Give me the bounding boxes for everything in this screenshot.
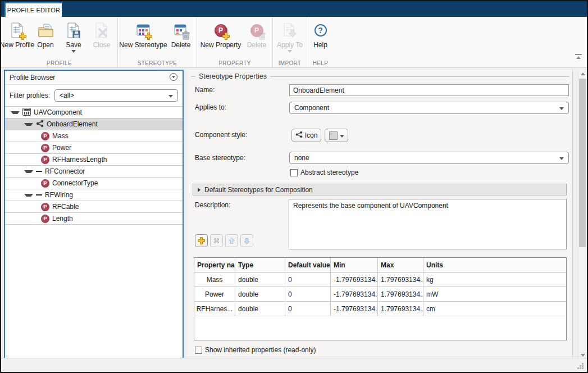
name-input[interactable]	[289, 84, 569, 96]
cell-min[interactable]: -1.797693134...	[331, 302, 378, 316]
new-profile-button[interactable]: New Profile	[3, 20, 31, 49]
cell-property-name[interactable]: Power	[194, 287, 235, 301]
help-button[interactable]: ? Help	[307, 20, 334, 49]
tree-item-label: ConnectorType	[52, 179, 98, 187]
expander-icon[interactable]	[24, 123, 33, 126]
table-row[interactable]: Mass double 0 -1.797693134... 1.79769313…	[194, 272, 566, 287]
add-property-button[interactable]	[195, 234, 208, 247]
cell-property-name[interactable]: Mass	[194, 272, 235, 286]
cell-default-value[interactable]: 0	[285, 272, 331, 286]
col-property-name: Property name	[194, 258, 235, 272]
table-row[interactable]: RFHarnes... double 0 -1.797693134... 1.7…	[194, 302, 566, 316]
share-icon	[295, 131, 303, 140]
new-stereotype-icon	[136, 20, 150, 40]
filter-profiles-select[interactable]: <all>	[54, 89, 178, 102]
open-button[interactable]: Open	[32, 20, 59, 49]
show-inherited-checkbox[interactable]	[195, 347, 202, 354]
cell-max[interactable]: 1.797693134...	[378, 302, 423, 316]
description-label: Description:	[195, 201, 230, 209]
properties-table-header: Property name Type Default value Min Max…	[194, 258, 566, 272]
tab-profile-editor[interactable]: PROFILE EDITOR	[4, 2, 62, 17]
cell-min[interactable]: -1.797693134...	[331, 287, 378, 301]
scrollbar-thumb[interactable]	[579, 79, 586, 247]
property-icon: P	[41, 203, 49, 211]
cell-max[interactable]: 1.797693134...	[378, 287, 423, 301]
icon-button-label: Icon	[305, 131, 318, 139]
cell-min[interactable]: -1.797693134...	[331, 272, 378, 286]
save-button[interactable]: Save	[60, 20, 87, 53]
help-label: Help	[313, 41, 327, 49]
tree-item-power[interactable]: P Power	[5, 142, 183, 154]
tree-item-label: RFHarnessLength	[52, 156, 107, 163]
stereotype-section-label: STEREOTYPE	[118, 60, 197, 66]
apply-to-label: Apply To	[277, 41, 303, 49]
new-profile-icon	[11, 20, 24, 40]
cell-type[interactable]: double	[235, 287, 285, 301]
tree-item-length[interactable]: P Length	[5, 213, 183, 225]
col-max: Max	[378, 258, 423, 272]
resize-grip[interactable]	[582, 367, 584, 369]
delete-property-icon: P	[250, 20, 263, 40]
cell-max[interactable]: 1.797693134...	[378, 272, 423, 286]
expander-icon[interactable]	[11, 111, 20, 114]
applies-to-value: Component	[294, 104, 556, 112]
base-stereotype-select[interactable]: none	[289, 152, 569, 164]
tree-item-uavcomponent[interactable]: UAVComponent	[5, 107, 183, 119]
tree-item-onboardelement[interactable]: OnboardElement	[5, 119, 183, 130]
cell-type[interactable]: double	[235, 272, 285, 286]
delete-stereotype-label: Delete	[171, 41, 191, 49]
vertical-scrollbar[interactable]	[578, 70, 587, 360]
col-type: Type	[235, 258, 285, 272]
new-property-label: New Property	[200, 41, 241, 49]
expander-icon[interactable]	[24, 170, 33, 173]
new-profile-label: New Profile	[0, 41, 34, 49]
plus-icon	[198, 237, 205, 244]
connector-dash-icon	[36, 171, 42, 172]
tree-item-rfcable[interactable]: P RFCable	[5, 201, 183, 213]
cell-units[interactable]: mW	[423, 287, 566, 301]
table-row[interactable]: Power double 0 -1.797693134... 1.7976931…	[194, 287, 566, 302]
default-stereotypes-section-header[interactable]: Default Stereotypes for Composition	[193, 184, 567, 195]
tree-item-rfconnector[interactable]: RFConnector	[5, 166, 183, 178]
tree-item-rfwiring[interactable]: RFWiring	[5, 189, 183, 201]
tree-item-mass[interactable]: P Mass	[5, 130, 183, 142]
cell-type[interactable]: double	[235, 302, 285, 316]
move-up-button	[225, 234, 238, 247]
panel-collapse-icon[interactable]	[169, 72, 178, 83]
cell-property-name[interactable]: RFHarnes...	[194, 302, 235, 316]
new-stereotype-button[interactable]: New Stereotype	[120, 20, 166, 49]
close-icon	[95, 20, 108, 40]
col-default-value: Default value	[285, 258, 331, 272]
scroll-up-icon	[581, 72, 585, 75]
applies-to-caret	[559, 107, 564, 110]
toolstrip-section-property: P New Property P Delete PROPERTY	[197, 17, 273, 67]
cell-units[interactable]: cm	[423, 302, 566, 316]
new-property-button[interactable]: P New Property	[199, 20, 242, 49]
profile-icon	[22, 108, 31, 117]
save-icon	[67, 20, 80, 40]
delete-property-button: P Delete	[243, 20, 270, 49]
status-bar	[1, 358, 587, 372]
description-textarea[interactable]: Represents the base component of UAVComp…	[289, 199, 567, 249]
cell-default-value[interactable]: 0	[285, 302, 331, 316]
save-dropdown-caret[interactable]	[71, 50, 76, 53]
apply-to-button: Apply To	[275, 20, 304, 53]
applies-to-select[interactable]: Component	[289, 102, 569, 114]
collapse-ribbon-button[interactable]	[575, 54, 582, 59]
icon-color-picker-button[interactable]	[325, 129, 348, 142]
component-style-label: Component style:	[195, 131, 247, 139]
delete-stereotype-button[interactable]: Delete	[167, 20, 194, 49]
delete-property-label: Delete	[247, 41, 267, 49]
cell-default-value[interactable]: 0	[285, 287, 331, 301]
property-icon: P	[41, 144, 49, 152]
tree-item-rfharnesslength[interactable]: P RFHarnessLength	[5, 154, 183, 166]
cell-units[interactable]: kg	[423, 272, 566, 286]
abstract-stereotype-checkbox[interactable]	[290, 169, 298, 176]
expander-icon[interactable]	[24, 194, 33, 197]
profile-browser-title: Profile Browser	[10, 74, 55, 81]
icon-style-button[interactable]: Icon	[291, 129, 321, 142]
show-inherited-row: Show inherited properties (read-only)	[195, 346, 316, 354]
color-swatch	[329, 131, 338, 140]
tree-item-connectortype[interactable]: P ConnectorType	[5, 178, 183, 189]
scroll-up-button[interactable]	[578, 70, 587, 78]
